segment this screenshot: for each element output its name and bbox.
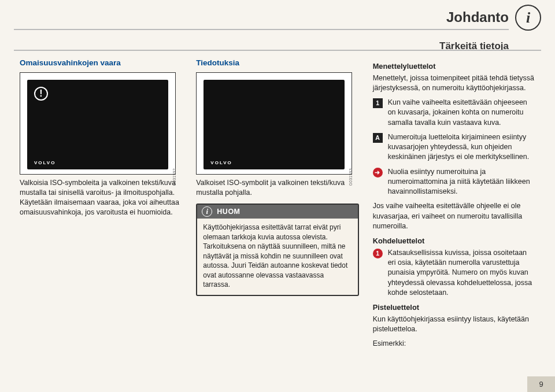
manual-page: Johdanto i Tärkeitä tietoja Omaisuusvahi… bbox=[0, 0, 555, 392]
kohde-item-text: Katsauksellisissa kuvissa, joissa osoite… bbox=[388, 248, 535, 298]
col3-after-para: Jos vaihe vaiheelta esitettävälle ohjeel… bbox=[373, 201, 535, 231]
piste-example-label: Esimerkki: bbox=[373, 339, 535, 349]
section-divider bbox=[14, 50, 541, 51]
volvo-logo: VOLVO bbox=[210, 160, 232, 166]
piste-para: Kun käyttöohjekirjassa esiintyy listaus,… bbox=[373, 315, 535, 335]
note-body: Käyttöohjekirjassa esitettävät tarrat ei… bbox=[197, 219, 357, 295]
col2-heading: Tiedotuksia bbox=[196, 58, 358, 69]
chapter-title: Johdanto bbox=[446, 9, 509, 25]
procedure-item-text: Nuolia esiintyy numeroituina ja numeroim… bbox=[388, 167, 535, 197]
note-label: HUOM bbox=[217, 207, 240, 217]
note-header: i HUOM bbox=[197, 205, 357, 219]
volvo-logo: VOLVO bbox=[34, 160, 56, 166]
step-badge-square: A bbox=[373, 133, 383, 143]
warning-label-illustration: ! VOLVO G031592 bbox=[20, 72, 176, 175]
procedure-item-A: A Numeroituja luetteloita kirjaimineen e… bbox=[373, 132, 535, 162]
column-2: Tiedotuksia VOLVO G031593 Valkoiset ISO-… bbox=[196, 58, 358, 353]
column-3: Menettelyluettelot Menettelyt, joissa to… bbox=[373, 58, 535, 353]
info-label-graphic: VOLVO bbox=[204, 80, 345, 169]
info-icon: i bbox=[515, 5, 541, 31]
procedure-item-1: 1 Kun vaihe vaiheelta esitettävään ohjee… bbox=[373, 98, 535, 128]
kohde-item: 1 Katsauksellisissa kuvissa, joissa osoi… bbox=[373, 248, 535, 298]
warning-exclamation-icon: ! bbox=[34, 87, 48, 101]
page-header: Johdanto i Tärkeitä tietoja bbox=[14, 8, 541, 27]
col2-caption: Valkoiset ISO-symbolit ja valkoinen teks… bbox=[196, 178, 358, 198]
info-label-illustration: VOLVO G031593 bbox=[196, 72, 352, 175]
header-divider bbox=[14, 29, 509, 30]
kohde-heading: Kohdeluettelot bbox=[373, 236, 535, 246]
content-columns: Omaisuusvahinkojen vaara ! VOLVO G031592… bbox=[20, 58, 535, 353]
col1-caption: Valkoisia ISO-symboleita ja valkoinen te… bbox=[20, 178, 182, 218]
procedure-item-text: Numeroituja luetteloita kirjaimineen esi… bbox=[388, 132, 535, 162]
image-code: G031593 bbox=[349, 168, 354, 186]
note-info-icon: i bbox=[202, 206, 212, 217]
procedure-item-text: Kun vaihe vaiheelta esitettävään ohjeese… bbox=[388, 98, 535, 128]
red-circle-badge: 1 bbox=[373, 249, 383, 258]
col3-intro: Menettelyt, joissa toimenpiteet pitää te… bbox=[373, 73, 535, 94]
warning-label-graphic: ! VOLVO bbox=[27, 80, 168, 169]
col3-heading: Menettelyluettelot bbox=[373, 61, 535, 72]
arrow-badge-icon bbox=[373, 168, 383, 177]
col1-heading: Omaisuusvahinkojen vaara bbox=[20, 58, 182, 69]
image-code: G031592 bbox=[172, 168, 177, 186]
procedure-item-arrow: Nuolia esiintyy numeroituina ja numeroim… bbox=[373, 167, 535, 197]
step-badge-square: 1 bbox=[373, 98, 383, 108]
column-1: Omaisuusvahinkojen vaara ! VOLVO G031592… bbox=[20, 58, 182, 353]
page-number: 9 bbox=[527, 376, 555, 392]
note-box: i HUOM Käyttöohjekirjassa esitettävät ta… bbox=[196, 204, 358, 296]
piste-heading: Pisteluettelot bbox=[373, 302, 535, 313]
